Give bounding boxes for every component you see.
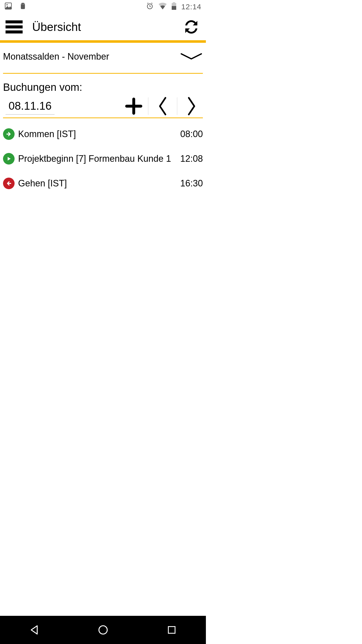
image-icon	[5, 2, 12, 12]
bookings-header: Buchungen vom: 08.11.16	[3, 74, 203, 118]
monthly-balance-row[interactable]: Monatssalden - November	[3, 43, 203, 74]
arrow-right-icon	[3, 128, 15, 140]
add-booking-button[interactable]	[122, 95, 145, 117]
entries-list: Kommen [IST] 08:00 Projektbeginn [7] For…	[3, 118, 203, 196]
date-row: 08.11.16	[3, 95, 203, 117]
status-left	[5, 2, 27, 12]
svg-point-3	[24, 4, 24, 5]
separator	[177, 97, 177, 115]
svg-rect-7	[172, 6, 176, 10]
entry-row[interactable]: Projektbeginn [7] Formenbau Kunde 1 12:0…	[3, 146, 203, 171]
battery-icon	[172, 2, 176, 12]
app-bar: Übersicht	[0, 14, 206, 43]
entry-time: 08:00	[180, 129, 203, 139]
arrow-left-icon	[3, 178, 15, 189]
svg-point-2	[22, 4, 22, 5]
date-field[interactable]: 08.11.16	[6, 98, 55, 115]
entry-time: 16:30	[180, 178, 203, 189]
page-title: Übersicht	[32, 20, 182, 34]
prev-day-button[interactable]	[151, 95, 174, 117]
content-area: Monatssalden - November Buchungen vom: 0…	[0, 43, 206, 196]
monthly-balance-label: Monatssalden - November	[3, 51, 109, 62]
entry-label: Kommen [IST]	[18, 129, 180, 139]
svg-point-1	[7, 4, 8, 5]
entry-row[interactable]: Gehen [IST] 16:30	[3, 171, 203, 196]
wifi-icon	[159, 3, 167, 11]
entry-row[interactable]: Kommen [IST] 08:00	[3, 122, 203, 146]
android-icon	[19, 2, 27, 12]
chevron-down-icon[interactable]	[180, 53, 203, 60]
status-bar: 12:14	[0, 0, 206, 14]
play-icon	[3, 153, 15, 165]
separator	[148, 97, 148, 115]
refresh-icon[interactable]	[182, 18, 200, 36]
bookings-label: Buchungen vom:	[3, 81, 203, 93]
svg-rect-6	[173, 2, 175, 3]
status-right: 12:14	[146, 2, 201, 12]
entry-label: Projektbeginn [7] Formenbau Kunde 1	[18, 153, 180, 164]
entry-time: 12:08	[180, 153, 203, 164]
next-day-button[interactable]	[180, 95, 203, 117]
alarm-icon	[146, 2, 154, 12]
entry-label: Gehen [IST]	[18, 178, 180, 189]
menu-icon[interactable]	[6, 20, 23, 33]
status-time: 12:14	[181, 3, 201, 11]
